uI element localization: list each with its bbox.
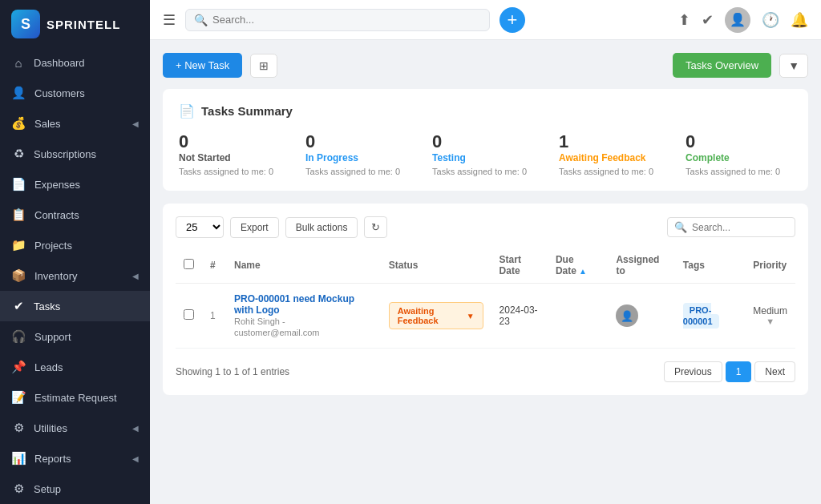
table-toolbar: 25 50 100 Export Bulk actions ↻ 🔍 <box>176 216 795 238</box>
tasks-icon: ✔ <box>11 299 26 313</box>
arrow-reports: ◀ <box>132 454 139 463</box>
sidebar-item-subscriptions[interactable]: ♻ Subscriptions <box>0 139 150 169</box>
stat-sub-testing: Tasks assigned to me: 0 <box>432 167 527 176</box>
col-label-assigned-to: Assigned to <box>616 254 659 276</box>
col-header-status: Status <box>381 248 491 284</box>
search-bar: 🔍 <box>185 9 490 31</box>
table-search: 🔍 <box>667 217 795 237</box>
sidebar-item-dashboard[interactable]: ⌂ Dashboard <box>0 48 150 78</box>
stat-testing: 0 Testing Tasks assigned to me: 0 <box>432 131 527 176</box>
priority-value: Medium <box>753 305 787 317</box>
task-name-link[interactable]: PRO-000001 need Mockup with Logo <box>234 293 354 316</box>
sidebar-label-customers: Customers <box>34 87 139 99</box>
clock-icon[interactable]: 🕐 <box>762 11 779 29</box>
arrow-utilities: ◀ <box>132 424 139 433</box>
sidebar-item-sales[interactable]: 💰 Sales ◀ <box>0 108 150 139</box>
next-page-button[interactable]: Next <box>754 361 795 382</box>
new-task-button[interactable]: + New Task <box>163 53 242 78</box>
row-assigned-to: 👤 <box>608 284 674 349</box>
sales-icon: 💰 <box>11 116 26 131</box>
status-badge[interactable]: Awaiting Feedback ▼ <box>389 302 483 329</box>
sidebar-item-setup[interactable]: ⚙ Setup <box>0 474 150 504</box>
stat-count-in-progress: 0 <box>305 131 400 152</box>
sidebar-item-tasks[interactable]: ✔ Tasks <box>0 291 150 321</box>
menu-button[interactable]: ☰ <box>163 11 176 29</box>
doc-icon: 📄 <box>179 103 195 119</box>
sidebar-item-customers[interactable]: 👤 Customers <box>0 78 150 108</box>
add-button[interactable]: + <box>499 7 525 33</box>
sidebar-item-inventory[interactable]: 📦 Inventory ◀ <box>0 260 150 291</box>
stat-sub-not-started: Tasks assigned to me: 0 <box>179 167 273 176</box>
summary-stats: 0 Not Started Tasks assigned to me: 0 0 … <box>179 131 792 176</box>
filter-button[interactable]: ▼ <box>779 54 808 78</box>
logo: S SPRINTELL <box>0 0 150 48</box>
pagination-row: Showing 1 to 1 of 1 entries Previous 1 N… <box>176 361 795 382</box>
row-checkbox-cell <box>176 284 202 349</box>
previous-page-button[interactable]: Previous <box>664 361 722 382</box>
sidebar-item-projects[interactable]: 📁 Projects <box>0 230 150 260</box>
logo-text: SPRINTELL <box>47 18 120 31</box>
sidebar-item-reports[interactable]: 📊 Reports ◀ <box>0 443 150 474</box>
per-page-select[interactable]: 25 50 100 <box>176 216 224 238</box>
sidebar-label-reports: Reports <box>34 453 124 465</box>
sidebar-label-tasks: Tasks <box>34 300 139 312</box>
bulk-actions-button[interactable]: Bulk actions <box>285 217 358 238</box>
search-input[interactable] <box>212 14 481 26</box>
sidebar-label-projects: Projects <box>34 240 139 252</box>
check-icon[interactable]: ✔ <box>702 11 714 29</box>
summary-title-text: Tasks Summary <box>201 104 293 118</box>
expenses-icon: 📄 <box>11 177 26 192</box>
setup-icon: ⚙ <box>11 482 26 496</box>
row-checkbox[interactable] <box>184 309 194 320</box>
stat-label-complete: Complete <box>686 152 780 163</box>
stat-awaiting-feedback: 1 Awaiting Feedback Tasks assigned to me… <box>559 131 653 176</box>
row-start-date: 2024-03-23 <box>491 284 548 349</box>
col-header-name: Name <box>226 248 381 284</box>
page-toolbar: + New Task ⊞ Tasks Overview ▼ <box>163 53 808 78</box>
table-search-input[interactable] <box>692 222 788 233</box>
current-page-button[interactable]: 1 <box>726 361 752 382</box>
stat-sub-complete: Tasks assigned to me: 0 <box>686 167 780 176</box>
subscriptions-icon: ♻ <box>11 147 26 161</box>
priority-arrow: ▼ <box>753 317 787 326</box>
refresh-button[interactable]: ↻ <box>364 216 387 238</box>
sidebar-item-estimate-request[interactable]: 📝 Estimate Request <box>0 382 150 413</box>
sidebar-label-leads: Leads <box>34 361 139 373</box>
stat-sub-awaiting-feedback: Tasks assigned to me: 0 <box>559 167 653 176</box>
col-header-priority: Priority <box>745 248 795 284</box>
col-header-due-date[interactable]: Due Date▲ <box>548 248 609 284</box>
sidebar-label-inventory: Inventory <box>34 270 124 282</box>
sidebar-item-support[interactable]: 🎧 Support <box>0 321 150 352</box>
stat-sub-in-progress: Tasks assigned to me: 0 <box>305 167 400 176</box>
sort-arrow-due-date: ▲ <box>579 267 587 276</box>
sidebar-item-expenses[interactable]: 📄 Expenses <box>0 169 150 200</box>
col-label-name: Name <box>234 260 261 271</box>
stat-count-not-started: 0 <box>179 131 273 152</box>
row-priority: Medium ▼ <box>745 284 795 349</box>
sidebar-item-leads[interactable]: 📌 Leads <box>0 352 150 382</box>
sidebar-label-contracts: Contracts <box>34 209 139 221</box>
table-card: 25 50 100 Export Bulk actions ↻ 🔍 #NameS… <box>163 204 808 395</box>
tasks-overview-button[interactable]: Tasks Overview <box>673 53 771 78</box>
share-icon[interactable]: ⬆ <box>678 11 690 29</box>
arrow-inventory: ◀ <box>132 272 139 280</box>
export-button[interactable]: Export <box>230 217 279 238</box>
main-area: ☰ 🔍 + ⬆ ✔ 👤 🕐 🔔 + New Task ⊞ Tasks Overv… <box>150 0 821 504</box>
sidebar: S SPRINTELL ⌂ Dashboard 👤 Customers 💰 Sa… <box>0 0 150 504</box>
arrow-sales: ◀ <box>132 119 139 128</box>
col-label-priority: Priority <box>753 260 787 271</box>
tasks-table: #NameStatusStart DateDue Date▲Assigned t… <box>176 248 795 349</box>
content: + New Task ⊞ Tasks Overview ▼ 📄 Tasks Su… <box>150 40 821 504</box>
sidebar-item-utilities[interactable]: ⚙ Utilities ◀ <box>0 413 150 443</box>
grid-view-button[interactable]: ⊞ <box>250 54 277 78</box>
select-all-checkbox[interactable] <box>184 259 194 269</box>
avatar[interactable]: 👤 <box>725 7 750 33</box>
sidebar-item-contracts[interactable]: 📋 Contracts <box>0 200 150 230</box>
row-num: 1 <box>202 284 226 349</box>
sidebar-label-utilities: Utilities <box>34 422 124 434</box>
col-header-start-date: Start Date <box>491 248 548 284</box>
row-status-cell: Awaiting Feedback ▼ <box>381 284 491 349</box>
summary-title: 📄 Tasks Summary <box>179 103 792 119</box>
topbar: ☰ 🔍 + ⬆ ✔ 👤 🕐 🔔 <box>150 0 821 40</box>
bell-icon[interactable]: 🔔 <box>791 11 808 29</box>
